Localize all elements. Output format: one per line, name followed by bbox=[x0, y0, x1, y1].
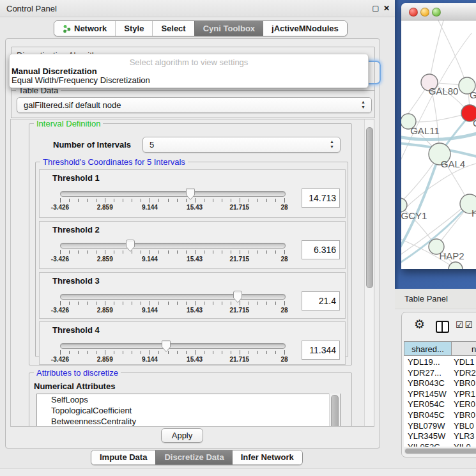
tab-select[interactable]: Select bbox=[152, 21, 194, 36]
cell-shared-name[interactable]: YDR27... bbox=[408, 368, 441, 379]
network-node[interactable] bbox=[449, 262, 463, 269]
table-row[interactable]: YBL079WYBL0 bbox=[404, 421, 476, 432]
network-window-titlebar[interactable] bbox=[401, 3, 476, 20]
settings-scrollbar[interactable] bbox=[364, 119, 374, 426]
cell-shared-name[interactable]: YDL19... bbox=[408, 357, 440, 368]
threshold-2-value-field[interactable]: 6.316 bbox=[302, 240, 340, 259]
option-equal-width-frequency[interactable]: Equal Width/Frequency Discretization bbox=[11, 76, 367, 85]
cell-name[interactable]: YDL1 bbox=[454, 357, 475, 368]
threshold-1-slider[interactable] bbox=[60, 191, 286, 197]
table-row[interactable]: YLR345WYLR3 bbox=[404, 431, 476, 442]
threshold-4-slider[interactable] bbox=[60, 343, 286, 349]
table-hscrollbar[interactable] bbox=[404, 448, 476, 454]
tick-label: 9.144 bbox=[142, 204, 158, 211]
threshold-1-value-field[interactable]: 14.713 bbox=[302, 188, 340, 208]
tick-mark bbox=[78, 351, 79, 354]
close-icon[interactable]: ✕ bbox=[382, 4, 391, 13]
network-edge[interactable] bbox=[438, 20, 467, 86]
tick-mark bbox=[150, 301, 150, 305]
zoom-traffic-light[interactable] bbox=[432, 8, 441, 17]
algorithm-placeholder-option[interactable]: Select algorithm to view settings bbox=[10, 58, 368, 67]
threshold-3-slider-thumb[interactable] bbox=[232, 290, 243, 306]
float-icon[interactable]: ▢ bbox=[371, 4, 380, 13]
tick-label: 15.43 bbox=[187, 307, 203, 314]
settings-scrollbar-thumb[interactable] bbox=[366, 127, 373, 288]
tick-mark bbox=[284, 250, 285, 254]
threshold-4-slider-thumb[interactable] bbox=[160, 339, 172, 355]
tick-mark bbox=[150, 198, 150, 203]
tab-network[interactable]: Network bbox=[54, 21, 115, 36]
tick-label: 9.144 bbox=[142, 356, 158, 363]
column-header-shared-name[interactable]: shared... bbox=[404, 341, 452, 356]
tick-mark bbox=[69, 302, 70, 305]
attribute-list-item[interactable]: TopologicalCoefficient bbox=[37, 405, 340, 416]
table-hscrollbar-thumb[interactable] bbox=[405, 449, 476, 454]
attribute-list-item[interactable]: BetweennessCentrality bbox=[37, 416, 340, 427]
cell-shared-name[interactable]: YLR345W bbox=[408, 431, 445, 442]
cell-shared-name[interactable]: YPR145W bbox=[408, 389, 447, 400]
tab-infer-network[interactable]: Infer Network bbox=[233, 450, 302, 464]
tab-cyni-toolbox[interactable]: Cyni Toolbox bbox=[194, 21, 263, 36]
columns-icon[interactable] bbox=[436, 321, 449, 333]
tick-mark bbox=[96, 351, 96, 354]
apply-button[interactable]: Apply bbox=[161, 428, 203, 443]
table-row[interactable]: YER054CYER0 bbox=[404, 399, 476, 410]
network-canvas[interactable]: GAL80GACGAL11GAL4GCY1HHAP2 bbox=[401, 20, 476, 269]
threshold-3-slider[interactable] bbox=[60, 294, 286, 300]
cell-shared-name[interactable]: YBR043C bbox=[408, 378, 445, 389]
tab-discretize-data[interactable]: Discretize Data bbox=[155, 450, 232, 464]
table-row[interactable]: YPR145WYPR1 bbox=[404, 389, 476, 400]
select-columns-checkboxes-icon[interactable]: ☑☑ bbox=[456, 319, 474, 330]
cell-shared-name[interactable]: YIL052C bbox=[408, 442, 440, 447]
threshold-2-slider-thumb[interactable] bbox=[125, 239, 136, 255]
tick-mark bbox=[60, 198, 61, 203]
tick-mark bbox=[105, 198, 105, 203]
cell-name[interactable]: YLR3 bbox=[454, 431, 475, 442]
tick-mark bbox=[231, 199, 231, 202]
threshold-2-slider[interactable] bbox=[60, 243, 286, 249]
cytoscape-desktop: GAL80GACGAL11GAL4GCY1HHAP2 bbox=[395, 0, 476, 289]
algorithm-dropdown-popup: Select algorithm to view settings Manual… bbox=[9, 54, 369, 88]
tick-mark bbox=[150, 350, 150, 355]
network-node-label: HAP2 bbox=[439, 250, 464, 261]
close-traffic-light[interactable] bbox=[409, 8, 418, 17]
cell-shared-name[interactable]: YER054C bbox=[408, 399, 445, 410]
cell-name[interactable]: YDR2 bbox=[454, 368, 476, 379]
table-row[interactable]: YDR27...YDR2 bbox=[404, 368, 476, 379]
cell-shared-name[interactable]: YBR045C bbox=[408, 410, 445, 421]
cell-name[interactable]: YBR0 bbox=[454, 378, 475, 389]
tick-mark bbox=[275, 351, 276, 354]
number-of-intervals-spinner[interactable]: 5 ▲▼ bbox=[142, 137, 341, 153]
attribute-list-item[interactable]: SelfLoops bbox=[37, 394, 340, 405]
network-node-label: C bbox=[473, 118, 476, 128]
table-row[interactable]: YBR045CYBR0 bbox=[404, 410, 476, 421]
cell-shared-name[interactable]: YBL079W bbox=[408, 421, 445, 432]
cell-name[interactable]: YPR1 bbox=[454, 389, 475, 400]
tick-label: -3.426 bbox=[51, 256, 69, 263]
table-row[interactable]: YBR043CYBR0 bbox=[404, 378, 476, 389]
attributes-list-scrollbar[interactable] bbox=[329, 394, 340, 426]
tick-mark bbox=[60, 250, 61, 254]
option-manual-discretization[interactable]: Manual Discretization bbox=[11, 67, 367, 76]
tick-mark bbox=[141, 302, 141, 305]
threshold-3-value-field[interactable]: 21.4 bbox=[302, 291, 340, 311]
network-edge[interactable] bbox=[429, 20, 443, 82]
minimize-traffic-light[interactable] bbox=[420, 8, 429, 17]
cell-name[interactable]: YBR0 bbox=[454, 410, 475, 421]
tab-impute-data[interactable]: Impute Data bbox=[91, 450, 155, 464]
numerical-attributes-label: Numerical Attributes bbox=[34, 381, 115, 391]
network-edge[interactable] bbox=[408, 114, 468, 122]
table-row[interactable]: YDL19...YDL1 bbox=[404, 357, 476, 368]
table-row[interactable]: YIL052CYIL0 bbox=[404, 442, 476, 447]
column-header-name[interactable]: n bbox=[451, 341, 476, 356]
tick-mark bbox=[195, 350, 196, 355]
attributes-scrollbar-thumb[interactable] bbox=[331, 395, 339, 427]
table-data-combobox[interactable]: galFiltered.sif default node ▲▼ bbox=[17, 97, 372, 113]
tab-style[interactable]: Style bbox=[115, 21, 152, 36]
cell-name[interactable]: YBL0 bbox=[454, 421, 474, 432]
gear-icon[interactable]: ⚙ bbox=[414, 317, 425, 332]
cell-name[interactable]: YER0 bbox=[454, 399, 475, 410]
threshold-4-value-field[interactable]: 11.344 bbox=[302, 341, 340, 360]
cell-name[interactable]: YIL0 bbox=[454, 442, 471, 447]
tab-jactivemnodules[interactable]: jActiveMNodules bbox=[263, 21, 347, 36]
